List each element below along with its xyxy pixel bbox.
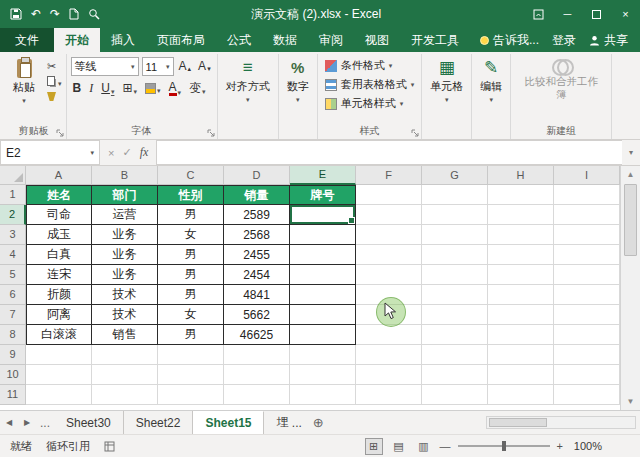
cell-E1[interactable]: 牌号 <box>290 185 356 205</box>
cells-button[interactable]: ▦ 单元格 ▾ <box>426 57 467 124</box>
font-size-combo[interactable]: 11▾ <box>142 57 174 76</box>
cell-A1[interactable]: 姓名 <box>26 185 92 205</box>
cell-D5[interactable]: 2454 <box>224 265 290 285</box>
grow-font-button[interactable]: A▴ <box>177 59 194 74</box>
cell-C2[interactable]: 男 <box>158 205 224 225</box>
cell-G1[interactable] <box>422 185 488 205</box>
ribbon-tab[interactable]: 页面布局 <box>146 28 216 52</box>
cell-F11[interactable] <box>356 385 422 405</box>
column-header-C[interactable]: C <box>158 166 224 185</box>
share-button[interactable]: 共享 <box>589 32 628 49</box>
ribbon-tab[interactable]: 插入 <box>100 28 146 52</box>
font-name-combo[interactable]: 等线▾ <box>71 57 139 76</box>
cell-G8[interactable] <box>422 325 488 345</box>
zoom-out-button[interactable]: — <box>440 440 451 452</box>
cell-C11[interactable] <box>158 385 224 405</box>
number-button[interactable]: % 数字 ▾ <box>283 57 313 124</box>
ribbon-tab[interactable]: 公式 <box>216 28 262 52</box>
zoom-slider-thumb[interactable] <box>502 441 506 451</box>
cell-B11[interactable] <box>92 385 158 405</box>
zoom-in-button[interactable]: + <box>557 440 563 452</box>
column-header-A[interactable]: A <box>26 166 92 185</box>
cell-D2[interactable]: 2589 <box>224 205 290 225</box>
zoom-percentage[interactable]: 100% <box>570 440 602 452</box>
print-preview-button[interactable] <box>88 8 100 20</box>
cell-F3[interactable] <box>356 225 422 245</box>
cell-H10[interactable] <box>488 365 554 385</box>
sign-in-button[interactable]: 登录 <box>552 32 576 49</box>
cell-B3[interactable]: 业务 <box>92 225 158 245</box>
cell-D4[interactable]: 2455 <box>224 245 290 265</box>
underline-button[interactable]: U▾ <box>99 81 116 96</box>
minimize-button[interactable]: ─ <box>553 0 582 28</box>
cell-D1[interactable]: 销量 <box>224 185 290 205</box>
column-header-G[interactable]: G <box>422 166 488 185</box>
cell-styles-button[interactable]: 单元格样式▾ <box>322 95 418 112</box>
cell-D3[interactable]: 2568 <box>224 225 290 245</box>
cell-H4[interactable] <box>488 245 554 265</box>
compare-merge-workbooks-button[interactable]: 比较和合并工作簿 <box>515 57 607 103</box>
name-box-dropdown-arrow[interactable]: ▾ <box>90 149 94 156</box>
copy-button[interactable]: ▾ <box>47 76 62 88</box>
save-button[interactable] <box>10 8 22 20</box>
cell-E6[interactable] <box>290 285 356 305</box>
cell-F5[interactable] <box>356 265 422 285</box>
column-header-I[interactable]: I <box>554 166 620 185</box>
sheet-tab-Sheet22[interactable]: Sheet22 <box>124 411 194 434</box>
cut-button[interactable]: ✂ <box>47 60 62 73</box>
cell-I9[interactable] <box>554 345 620 365</box>
sheet-overflow-indicator[interactable]: ... <box>36 411 54 434</box>
cell-E11[interactable] <box>290 385 356 405</box>
cell-G6[interactable] <box>422 285 488 305</box>
cell-I4[interactable] <box>554 245 620 265</box>
column-header-B[interactable]: B <box>92 166 158 185</box>
cell-G4[interactable] <box>422 245 488 265</box>
cell-E8[interactable] <box>290 325 356 345</box>
row-header-9[interactable]: 9 <box>0 345 26 365</box>
styles-dialog-launcher[interactable] <box>411 129 419 137</box>
ribbon-tab[interactable]: 数据 <box>262 28 308 52</box>
cell-I7[interactable] <box>554 305 620 325</box>
cell-H8[interactable] <box>488 325 554 345</box>
cell-C6[interactable]: 男 <box>158 285 224 305</box>
font-dialog-launcher[interactable] <box>207 129 215 137</box>
cell-C3[interactable]: 女 <box>158 225 224 245</box>
page-break-preview-button[interactable]: ▥ <box>415 438 433 455</box>
cell-G3[interactable] <box>422 225 488 245</box>
format-as-table-button[interactable]: 套用表格格式▾ <box>322 76 418 93</box>
cell-A3[interactable]: 成玉 <box>26 225 92 245</box>
horizontal-scroll-thumb[interactable] <box>489 418 547 427</box>
maximize-button[interactable] <box>582 0 611 28</box>
row-header-4[interactable]: 4 <box>0 245 26 265</box>
cell-H2[interactable] <box>488 205 554 225</box>
cell-B9[interactable] <box>92 345 158 365</box>
cell-C7[interactable]: 女 <box>158 305 224 325</box>
cell-G11[interactable] <box>422 385 488 405</box>
sheet-tab-partial[interactable]: 埋 ... <box>264 411 305 434</box>
cell-H9[interactable] <box>488 345 554 365</box>
cancel-entry-button[interactable]: × <box>108 147 114 159</box>
column-header-D[interactable]: D <box>224 166 290 185</box>
cell-B8[interactable]: 销售 <box>92 325 158 345</box>
page-layout-view-button[interactable]: ▤ <box>390 438 408 455</box>
cell-I1[interactable] <box>554 185 620 205</box>
shrink-font-button[interactable]: A▾ <box>196 59 213 74</box>
cell-B4[interactable]: 业务 <box>92 245 158 265</box>
ribbon-tab[interactable]: 开发工具 <box>400 28 470 52</box>
row-header-6[interactable]: 6 <box>0 285 26 305</box>
cell-E3[interactable] <box>290 225 356 245</box>
cell-A11[interactable] <box>26 385 92 405</box>
cell-B6[interactable]: 技术 <box>92 285 158 305</box>
cell-A8[interactable]: 白滚滚 <box>26 325 92 345</box>
borders-button[interactable]: ⊞▾ <box>120 81 139 96</box>
row-header-11[interactable]: 11 <box>0 385 26 405</box>
sheet-tab-Sheet15[interactable]: Sheet15 <box>193 411 264 434</box>
vertical-scroll-thumb[interactable] <box>624 184 637 256</box>
formula-bar-expand-button[interactable]: ▾ <box>622 140 640 165</box>
cell-F9[interactable] <box>356 345 422 365</box>
cell-G5[interactable] <box>422 265 488 285</box>
cell-A10[interactable] <box>26 365 92 385</box>
cell-I3[interactable] <box>554 225 620 245</box>
new-workbook-button[interactable] <box>69 8 79 20</box>
alignment-button[interactable]: ≡ 对齐方式 ▾ <box>222 57 274 124</box>
